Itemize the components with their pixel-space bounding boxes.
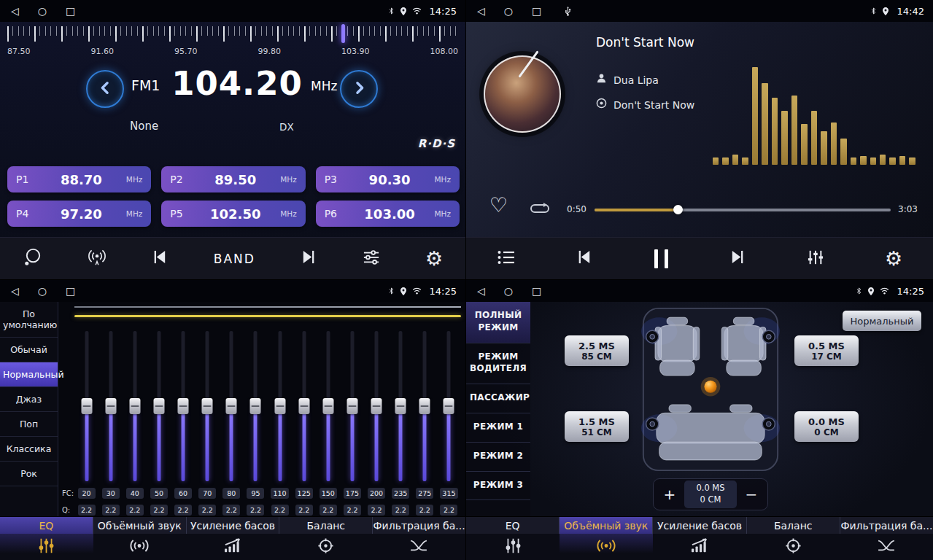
eq-slider-handle[interactable] [250,398,261,414]
eq-band-slider[interactable] [413,331,437,481]
recents-icon[interactable]: □ [66,6,75,16]
surround-mode-item[interactable]: РЕЖИМ 1 [466,413,530,443]
eq-band-slider[interactable] [389,331,413,481]
preset-button-p1[interactable]: P188.70MHz [7,166,151,192]
sound-profile-button[interactable]: Нормальный [843,311,921,331]
surround-mode-item[interactable]: РЕЖИМ 3 [466,472,530,501]
progress-slider[interactable] [595,209,891,211]
eq-slider-handle[interactable] [178,398,189,414]
eq-preset-item[interactable]: Классика [0,437,58,462]
eq-slider-handle[interactable] [444,398,454,414]
eq-preset-item[interactable]: Обычай [0,338,58,362]
audio-tab-5[interactable]: Фильтрация ба... [372,517,465,534]
eq-preset-item[interactable]: Рок [0,462,58,486]
previous-track-button[interactable] [576,249,593,268]
preset-button-p5[interactable]: P5102.50MHz [161,201,305,227]
recents-icon[interactable]: □ [532,6,541,16]
tab-icon-cell-5[interactable] [372,534,465,560]
eq-band-slider[interactable] [437,331,461,481]
tab-icon-cell-1[interactable] [0,534,93,560]
eq-band-slider[interactable] [316,331,340,481]
audio-tab-3[interactable]: Усиление басов [186,517,279,534]
band-button[interactable]: BAND [214,252,255,266]
equalizer-button[interactable] [362,249,381,268]
tune-up-button[interactable] [340,70,378,108]
surround-mode-item[interactable]: ПОЛНЫЙ РЕЖИМ [466,302,530,343]
pause-button[interactable] [654,249,668,268]
delay-button-rear-right[interactable]: 0.0 MS0 CM [794,411,859,442]
mixer-button[interactable] [807,249,824,268]
eq-band-slider[interactable] [365,331,389,481]
eq-slider-handle[interactable] [226,398,237,414]
home-icon[interactable]: ○ [38,6,47,16]
delay-button-front-left[interactable]: 2.5 MS85 CM [565,335,629,366]
eq-slider-handle[interactable] [322,398,333,414]
preset-button-p2[interactable]: P289.50MHz [161,166,305,192]
audio-tab-3[interactable]: Усиление басов [652,517,746,534]
decrease-delay-button[interactable]: − [743,486,760,503]
eq-band-slider[interactable] [292,331,316,481]
playlist-button[interactable] [497,249,516,268]
eq-slider-handle[interactable] [81,398,92,414]
album-art[interactable] [484,55,561,133]
eq-slider-handle[interactable] [419,398,430,414]
eq-preset-item[interactable]: Джаз [0,387,58,412]
eq-band-slider[interactable] [220,331,244,481]
home-icon[interactable]: ○ [504,6,513,16]
eq-preset-item[interactable]: Нормальный [0,362,58,387]
recents-icon[interactable]: □ [66,286,75,296]
delay-button-rear-left[interactable]: 1.5 MS51 CM [565,411,629,442]
favorite-button[interactable]: ♡ [489,195,508,216]
scan-button[interactable] [23,247,42,270]
increase-delay-button[interactable]: + [661,486,678,503]
back-icon[interactable]: ◁ [11,286,19,296]
audio-tab-4[interactable]: Баланс [279,517,372,534]
frequency-ruler[interactable] [7,26,458,45]
surround-mode-item[interactable]: ПАССАЖИР [466,384,530,413]
audio-tab-2[interactable]: Объёмный звук [559,517,652,534]
broadcast-button[interactable] [87,249,107,269]
eq-band-slider[interactable] [171,331,195,481]
eq-slider-handle[interactable] [129,398,140,414]
surround-mode-item[interactable]: РЕЖИМ ВОДИТЕЛЯ [466,343,530,385]
eq-slider-handle[interactable] [395,398,406,414]
eq-band-slider[interactable] [340,331,364,481]
tune-down-button[interactable] [86,70,124,108]
audio-tab-2[interactable]: Объёмный звук [93,517,186,534]
progress-thumb[interactable] [673,205,683,214]
recents-icon[interactable]: □ [532,286,541,296]
tab-icon-cell-1[interactable] [466,534,560,560]
audio-tab-4[interactable]: Баланс [746,517,840,534]
audio-tab-1[interactable]: EQ [466,517,559,534]
eq-slider-handle[interactable] [347,398,357,414]
eq-band-slider[interactable] [268,331,292,481]
back-icon[interactable]: ◁ [477,286,485,296]
tab-icon-cell-2[interactable] [93,534,187,560]
eq-slider-handle[interactable] [298,398,309,414]
eq-slider-handle[interactable] [274,398,285,414]
eq-slider-handle[interactable] [105,398,116,414]
settings-button[interactable]: ⚙ [425,249,443,268]
repeat-button[interactable] [529,201,551,219]
home-icon[interactable]: ○ [38,286,47,296]
eq-band-slider[interactable] [123,331,147,481]
back-icon[interactable]: ◁ [11,6,19,16]
back-icon[interactable]: ◁ [477,6,485,16]
eq-band-slider[interactable] [98,331,123,481]
tab-icon-cell-4[interactable] [746,534,840,560]
eq-slider-handle[interactable] [153,398,164,414]
preset-button-p4[interactable]: P497.20MHz [7,201,151,227]
eq-band-slider[interactable] [74,331,98,481]
delay-button-front-right[interactable]: 0.5 MS17 CM [794,335,859,366]
eq-preset-item[interactable]: Поп [0,412,58,437]
home-icon[interactable]: ○ [504,286,513,296]
eq-slider-handle[interactable] [371,398,382,414]
eq-slider-handle[interactable] [202,398,213,414]
surround-mode-item[interactable]: РЕЖИМ 2 [466,443,530,472]
audio-tab-1[interactable]: EQ [0,517,93,534]
eq-band-slider[interactable] [195,331,220,481]
eq-preset-item[interactable]: По умолчанию [0,302,58,338]
next-station-button[interactable] [300,249,317,268]
preset-button-p6[interactable]: P6103.00MHz [316,201,460,227]
eq-band-slider[interactable] [244,331,268,481]
